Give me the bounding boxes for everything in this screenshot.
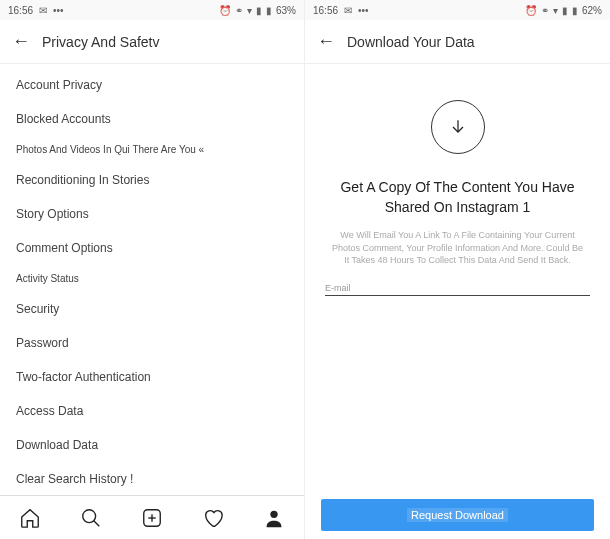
menu-item-activity-status[interactable]: Activity Status bbox=[0, 265, 304, 292]
email-input[interactable]: E-mail bbox=[321, 283, 594, 296]
menu-item-clear-search-history[interactable]: Clear Search History ! bbox=[0, 462, 304, 495]
link-icon: ⚭ bbox=[235, 5, 243, 16]
menu-item-photos-videos[interactable]: Photos And Videos In Qui There Are You « bbox=[0, 136, 304, 163]
menu-item-comment-options[interactable]: Comment Options bbox=[0, 231, 304, 265]
alarm-icon: ⏰ bbox=[219, 5, 231, 16]
page-title: Privacy And Safetv bbox=[42, 34, 160, 50]
heart-icon[interactable] bbox=[202, 507, 224, 529]
svg-line-1 bbox=[94, 520, 100, 526]
menu-item-access-data[interactable]: Access Data bbox=[0, 394, 304, 428]
profile-icon[interactable] bbox=[263, 507, 285, 529]
status-time: 16:56 bbox=[8, 5, 33, 16]
app-header: ← Privacy And Safetv bbox=[0, 20, 304, 64]
status-time: 16:56 bbox=[313, 5, 338, 16]
signal-icon: ▮ bbox=[256, 5, 262, 16]
more-icon: ••• bbox=[53, 5, 64, 16]
download-description: We Will Email You A Link To A File Conta… bbox=[321, 229, 594, 267]
menu-item-reconditioning-stories[interactable]: Reconditioning In Stories bbox=[0, 163, 304, 197]
battery-icon: ▮ bbox=[266, 5, 272, 16]
battery-icon: ▮ bbox=[572, 5, 578, 16]
search-icon[interactable] bbox=[80, 507, 102, 529]
add-post-icon[interactable] bbox=[141, 507, 163, 529]
wifi-icon: ▾ bbox=[247, 5, 252, 16]
menu-item-password[interactable]: Password bbox=[0, 326, 304, 360]
email-underline bbox=[325, 295, 590, 296]
more-icon: ••• bbox=[358, 5, 369, 16]
svg-point-0 bbox=[83, 509, 96, 522]
download-content: Get A Copy Of The Content You Have Share… bbox=[305, 64, 610, 539]
back-icon[interactable]: ← bbox=[12, 31, 30, 52]
download-icon bbox=[431, 100, 485, 154]
menu-item-security[interactable]: Security bbox=[0, 292, 304, 326]
request-download-label: Request Download bbox=[407, 508, 508, 522]
alarm-icon: ⏰ bbox=[525, 5, 537, 16]
menu-list: Account Privacy Blocked Accounts Photos … bbox=[0, 64, 304, 495]
app-header: ← Download Your Data bbox=[305, 20, 610, 64]
wifi-icon: ▾ bbox=[553, 5, 558, 16]
request-download-button[interactable]: Request Download bbox=[321, 499, 594, 531]
menu-item-story-options[interactable]: Story Options bbox=[0, 197, 304, 231]
menu-item-account-privacy[interactable]: Account Privacy bbox=[0, 68, 304, 102]
menu-item-blocked-accounts[interactable]: Blocked Accounts bbox=[0, 102, 304, 136]
link-icon: ⚭ bbox=[541, 5, 549, 16]
page-title: Download Your Data bbox=[347, 34, 475, 50]
message-icon: ✉ bbox=[39, 5, 47, 16]
svg-point-5 bbox=[270, 510, 277, 517]
status-battery: 63% bbox=[276, 5, 296, 16]
menu-item-two-factor[interactable]: Two-factor Authentication bbox=[0, 360, 304, 394]
status-bar-right: 16:56 ✉ ••• ⏰ ⚭ ▾ ▮ ▮ 62% bbox=[305, 0, 610, 20]
status-bar-left: 16:56 ✉ ••• ⏰ ⚭ ▾ ▮ ▮ 63% bbox=[0, 0, 304, 20]
email-label: E-mail bbox=[325, 283, 590, 293]
bottom-nav bbox=[0, 495, 304, 539]
download-heading: Get A Copy Of The Content You Have Share… bbox=[321, 178, 594, 217]
home-icon[interactable] bbox=[19, 507, 41, 529]
message-icon: ✉ bbox=[344, 5, 352, 16]
back-icon[interactable]: ← bbox=[317, 31, 335, 52]
status-battery: 62% bbox=[582, 5, 602, 16]
signal-icon: ▮ bbox=[562, 5, 568, 16]
menu-item-download-data[interactable]: Download Data bbox=[0, 428, 304, 462]
